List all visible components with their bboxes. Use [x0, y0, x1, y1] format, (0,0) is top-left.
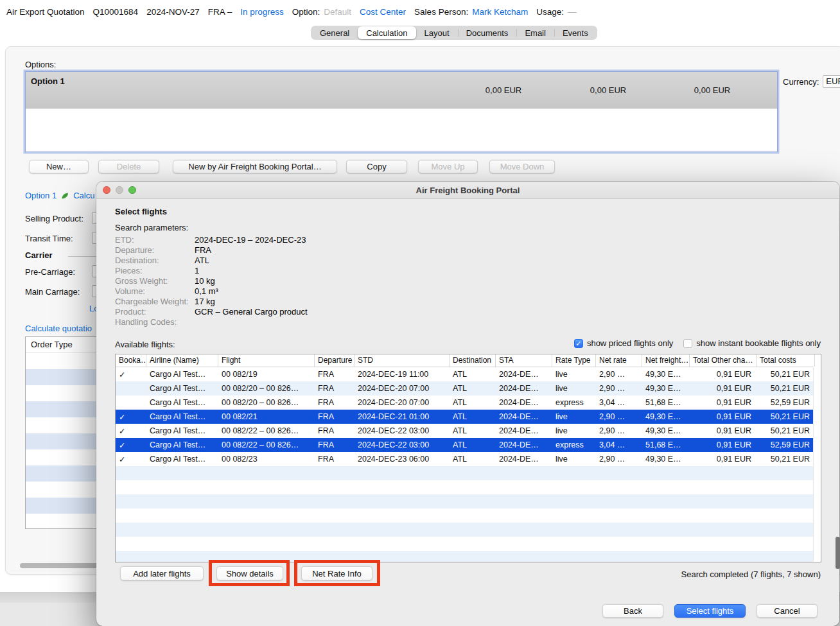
calculation-link[interactable]: Calcu: [73, 191, 94, 200]
cancel-button[interactable]: Cancel: [757, 604, 818, 618]
option-amount: 0,00 EUR: [579, 85, 637, 95]
param-label: ETD:: [115, 235, 195, 245]
cell-net_rate: 3,04 …: [596, 398, 642, 407]
flight-row[interactable]: Cargo AI Test…00 082/20 – 00 826…FRA2024…: [116, 396, 815, 410]
cell-total_costs: 50,21 EUR: [757, 384, 815, 393]
column-header-flight[interactable]: Flight: [218, 354, 315, 367]
cell-bookable: ✓: [116, 440, 146, 450]
column-header-sta[interactable]: STA: [496, 354, 552, 367]
flight-row[interactable]: ✓Cargo AI Test…00 082/23FRA2024-DEC-23 0…: [116, 452, 815, 466]
calculate-quotation-link[interactable]: Calculate quotatio: [25, 324, 92, 333]
cell-net_rate: 2,90 …: [596, 455, 642, 464]
new-button[interactable]: New…: [29, 160, 89, 173]
column-header-airline[interactable]: Airline (Name): [146, 354, 218, 367]
flight-row[interactable]: Cargo AI Test…00 082/20 – 00 826…FRA2024…: [116, 381, 815, 396]
order-type-row[interactable]: [26, 385, 97, 401]
cell-total_costs: 52,59 EUR: [757, 398, 815, 407]
priced-only-filter[interactable]: ✓show priced flights only: [574, 338, 673, 348]
zoom-icon[interactable]: [128, 186, 136, 194]
currency-field[interactable]: EUR: [823, 75, 840, 88]
search-param-row: Product:GCR – General Cargo product: [115, 307, 308, 317]
column-header-total_other[interactable]: Total Other cha…: [690, 354, 757, 367]
copy-button[interactable]: Copy: [346, 160, 407, 173]
new-by-portal-button[interactable]: New by Air Freight Booking Portal…: [173, 160, 337, 173]
order-type-row[interactable]: [26, 465, 97, 482]
cell-departure: FRA: [315, 398, 354, 407]
cell-flight: 00 082/22 – 00 826…: [218, 426, 315, 435]
cell-airline: Cargo AI Test…: [146, 426, 218, 435]
sales-person-link[interactable]: Mark Ketcham: [472, 7, 528, 17]
cell-total_other: 0,91 EUR: [690, 440, 757, 449]
cost-center-link[interactable]: Cost Center: [360, 7, 406, 17]
cell-rate_type: live: [552, 412, 596, 421]
cell-destination: ATL: [450, 455, 496, 464]
transit-time-label: Transit Time:: [25, 234, 73, 243]
select-flights-button[interactable]: Select flights: [674, 604, 746, 618]
column-header-destination[interactable]: Destination: [450, 354, 496, 367]
cell-destination: ATL: [450, 384, 496, 393]
column-header-total_costs[interactable]: Total costs: [757, 354, 815, 367]
order-type-row[interactable]: [26, 353, 97, 369]
checkbox-icon[interactable]: [683, 339, 692, 348]
order-type-row[interactable]: [26, 498, 97, 514]
checkbox-icon[interactable]: ✓: [574, 339, 583, 348]
flight-row[interactable]: ✓Cargo AI Test…00 082/21FRA2024-DEC-21 0…: [116, 410, 815, 424]
column-header-net_rate[interactable]: Net rate: [596, 354, 642, 367]
close-icon[interactable]: [103, 186, 110, 194]
flight-row[interactable]: ✓Cargo AI Test…00 082/22 – 00 826…FRA202…: [116, 438, 815, 452]
flights-table-header: Booka…Airline (Name)FlightDepartureSTDDe…: [116, 354, 821, 367]
move-up-button: Move Up: [418, 160, 478, 173]
cell-net_freight: 51,68 E…: [642, 440, 690, 449]
instant-bookable-filter[interactable]: show instant bookable flights only: [683, 338, 821, 348]
search-parameters-label: Search parameters:: [115, 223, 188, 232]
flight-row[interactable]: ✓Cargo AI Test…00 082/22 – 00 826…FRA202…: [116, 424, 815, 438]
tab-events[interactable]: Events: [554, 26, 597, 39]
currency-label: Currency:: [783, 77, 819, 87]
option-name: Option 1: [31, 76, 65, 86]
order-type-row[interactable]: [26, 482, 97, 498]
tab-calculation[interactable]: Calculation: [358, 26, 416, 39]
order-type-row[interactable]: [26, 401, 97, 417]
param-value: 17 kg: [195, 297, 215, 307]
option-row[interactable]: Option 1 0,00 EUR0,00 EUR0,00 EUR: [26, 72, 777, 109]
order-type-row[interactable]: [26, 514, 97, 529]
table-scrollbar-track[interactable]: [813, 367, 821, 562]
column-header-net_freight[interactable]: Net freight…: [642, 354, 690, 367]
column-header-bookable[interactable]: Booka…: [116, 354, 146, 367]
search-param-row: ETD:2024-DEC-19 – 2024-DEC-23: [115, 235, 308, 245]
order-type-row[interactable]: [26, 417, 97, 433]
option-1-link[interactable]: Option 1: [25, 191, 57, 200]
column-header-departure[interactable]: Departure: [315, 354, 354, 367]
app-title: Air Export Quotation: [6, 7, 85, 17]
tab-general[interactable]: General: [311, 26, 358, 39]
order-type-column-header[interactable]: Order Type: [26, 337, 97, 353]
options-list[interactable]: Option 1 0,00 EUR0,00 EUR0,00 EUR: [25, 71, 778, 152]
column-header-std[interactable]: STD: [354, 354, 450, 367]
cell-std: 2024-DEC-20 07:00: [354, 398, 450, 407]
column-header-rate_type[interactable]: Rate Type: [552, 354, 596, 367]
vertical-scrollbar-thumb[interactable]: [836, 537, 840, 569]
cell-sta: 2024-DE…: [496, 398, 552, 407]
status-link[interactable]: In progress: [240, 7, 284, 17]
order-type-row[interactable]: [26, 449, 97, 465]
empty-row: [116, 494, 815, 509]
minimize-icon[interactable]: [116, 186, 123, 194]
cell-total_costs: 50,21 EUR: [757, 370, 815, 379]
tab-email[interactable]: Email: [516, 26, 554, 39]
tab-layout[interactable]: Layout: [416, 26, 458, 39]
cell-bookable: ✓: [116, 426, 146, 436]
tab-documents[interactable]: Documents: [458, 26, 517, 39]
show-details-highlight: [209, 560, 290, 586]
order-type-row[interactable]: [26, 369, 97, 385]
cell-destination: ATL: [450, 426, 496, 435]
carrier-group-label: Carrier: [25, 250, 53, 260]
cell-total_other: 0,91 EUR: [690, 455, 757, 464]
flight-row[interactable]: ✓Cargo AI Test…00 082/19FRA2024-DEC-19 1…: [116, 367, 815, 381]
cell-destination: ATL: [450, 370, 496, 379]
dialog-titlebar: Air Freight Booking Portal: [96, 182, 839, 199]
add-later-flights-button[interactable]: Add later flights: [120, 566, 204, 580]
param-value: 10 kg: [195, 276, 215, 286]
order-type-row[interactable]: [26, 433, 97, 449]
cell-rate_type: live: [552, 384, 596, 393]
back-button[interactable]: Back: [602, 604, 663, 618]
